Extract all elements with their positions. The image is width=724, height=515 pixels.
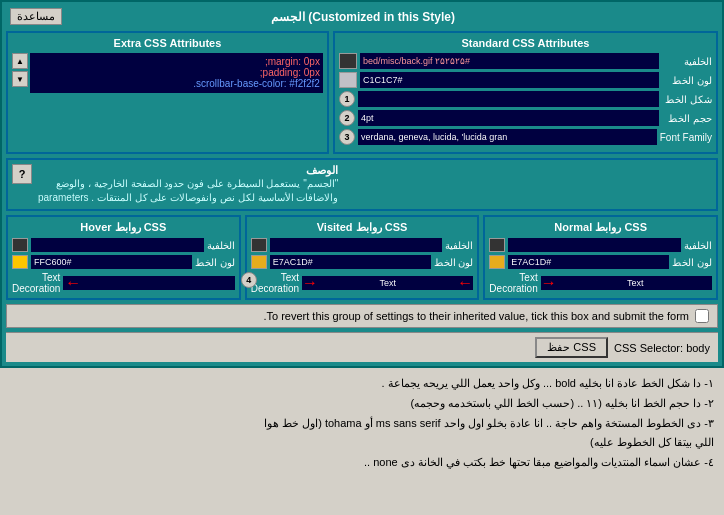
hover-bg-label: الخلفية [207, 240, 235, 251]
normal-bg-value[interactable] [508, 238, 681, 252]
hover-font-swatch[interactable] [12, 255, 28, 269]
hover-deco-label: TextDecoration [12, 272, 60, 294]
visited-font-swatch[interactable] [251, 255, 267, 269]
hover-deco-arrow: ← [65, 276, 81, 290]
visited-deco-label: TextDecoration [251, 272, 299, 294]
visited-title: CSS روابط Visited [251, 221, 474, 234]
hover-font-value[interactable]: FFC600# [31, 255, 192, 269]
visited-bg-row: الخلفية [251, 238, 474, 252]
normal-font-swatch[interactable] [489, 255, 505, 269]
css-line-3: .scrollbar-base-color: #f2f2f2 [33, 78, 320, 89]
scroll-down-btn[interactable]: ▼ [12, 71, 28, 87]
css-text-block[interactable]: ;margin: 0px ;padding: 0px .scrollbar-ba… [30, 53, 323, 93]
css-line-2: ;padding: 0px [33, 67, 320, 78]
visited-deco-row: 4 TextDecoration → Text ← [251, 272, 474, 294]
normal-css-col: CSS روابط Normal الخلفية لون الخط E7AC1D… [483, 215, 718, 300]
normal-bg-label: الخلفية [684, 240, 712, 251]
extra-css-panel: Extra CSS Attributes ▲ ▼ ;margin: 0px ;p… [6, 31, 329, 154]
visited-font-label: لون الخط [434, 257, 474, 268]
normal-deco-text: Text [559, 278, 712, 288]
top-section: Extra CSS Attributes ▲ ▼ ;margin: 0px ;p… [6, 31, 718, 154]
hover-deco-bar[interactable]: ← [63, 276, 234, 290]
note-3: ٣- دى الخطوط المستخة واهم حاجة .. انا عا… [10, 414, 714, 434]
css-line-1: ;margin: 0px [33, 56, 320, 67]
std-label-font-color: لون الخط [662, 75, 712, 86]
hover-font-label: لون الخط [195, 257, 235, 268]
desc-title: الوصف [38, 164, 338, 177]
hover-title: CSS روابط Hover [12, 221, 235, 234]
std-row-bg: الخلفية bed/misc/back.gif ۲۵۲۵۲۵# [339, 53, 712, 69]
normal-deco-row: TextDecoration → Text [489, 272, 712, 294]
hover-bg-row: الخلفية [12, 238, 235, 252]
std-row-font-family: Font Family verdana, geneva, lucida, 'lu… [339, 129, 712, 145]
badge-1: 1 [339, 91, 355, 107]
std-value-font-size[interactable]: 4pt [358, 110, 659, 126]
inherit-checkbox[interactable] [695, 309, 709, 323]
scroll-up-btn[interactable]: ▲ [12, 53, 28, 69]
checkbox-row: .To revert this group of settings to the… [6, 304, 718, 328]
bottom-notes: ١- دا شكل الخط عادة انا بخليه bold ... و… [0, 368, 724, 479]
checkbox-label: .To revert this group of settings to the… [263, 310, 689, 322]
visited-bg-swatch[interactable] [251, 238, 267, 252]
desc-content: الوصف "الجسم" يستعمل السيطرة على فون حدو… [38, 164, 338, 205]
note-3b: اللي بيتقا كل الخطوط عليه) [10, 433, 714, 453]
std-value-font-family[interactable]: verdana, geneva, lucida, 'lucida gran [358, 129, 657, 145]
visited-css-col: CSS روابط Visited الخلفية لون الخط E7AC1… [245, 215, 480, 300]
css-selector-label: CSS Selector: body [614, 342, 710, 354]
description-panel: ? الوصف "الجسم" يستعمل السيطرة على فون ح… [6, 158, 718, 211]
window-title: الجسم (Customized in this Style) [62, 10, 664, 24]
color-swatch-font[interactable] [339, 72, 357, 88]
normal-font-label: لون الخط [672, 257, 712, 268]
save-css-button[interactable]: حفظ CSS [535, 337, 608, 358]
visited-deco-bar[interactable]: → Text ← [302, 276, 473, 290]
std-label-bg: الخلفية [662, 56, 712, 67]
badge-3: 3 [339, 129, 355, 145]
visited-bg-label: الخلفية [445, 240, 473, 251]
std-value-font-color[interactable]: C1C1C7# [360, 72, 659, 88]
hover-css-col: CSS روابط Hover الخلفية لون الخط FFC600#… [6, 215, 241, 300]
normal-title: CSS روابط Normal [489, 221, 712, 234]
hover-bg-value[interactable] [31, 238, 204, 252]
normal-font-row: لون الخط E7AC1D# [489, 255, 712, 269]
std-value-font-shape[interactable] [358, 91, 659, 107]
visited-bg-value[interactable] [270, 238, 443, 252]
desc-text: "الجسم" يستعمل السيطرة على فون حدود الصف… [38, 177, 338, 205]
extra-css-title: Extra CSS Attributes [12, 37, 323, 49]
std-row-font-color: لون الخط C1C1C7# [339, 72, 712, 88]
visited-font-row: لون الخط E7AC1D# [251, 255, 474, 269]
normal-deco-label: TextDecoration [489, 272, 537, 294]
scrollbar-arrows: ▲ ▼ [12, 53, 28, 93]
hover-deco-row: TextDecoration ← [12, 272, 235, 294]
desc-question-icon: ? [12, 164, 32, 184]
color-swatch-bg[interactable] [339, 53, 357, 69]
standard-css-title: Standard CSS Attributes [339, 37, 712, 49]
css-textarea-area: ▲ ▼ ;margin: 0px ;padding: 0px .scrollba… [12, 53, 323, 93]
note-2: ٢- دا حجم الخط انا بخليه (١١ .. (حسب الخ… [10, 394, 714, 414]
normal-deco-arrow-right: → [541, 276, 557, 290]
normal-bg-row: الخلفية [489, 238, 712, 252]
visited-deco-arrow-left: ← [457, 276, 473, 290]
standard-css-panel: Standard CSS Attributes الخلفية bed/misc… [333, 31, 718, 154]
hover-font-row: لون الخط FFC600# [12, 255, 235, 269]
help-button[interactable]: مساعدة [10, 8, 62, 25]
note-4: ٤- عشان اسماء المنتديات والمواضيع مبقا ت… [10, 453, 714, 473]
badge-2: 2 [339, 110, 355, 126]
visited-deco-arrow-right: → [302, 276, 318, 290]
hover-bg-swatch[interactable] [12, 238, 28, 252]
visited-font-value[interactable]: E7AC1D# [270, 255, 431, 269]
std-label-font-shape: شكل الخط [662, 94, 712, 105]
std-value-bg[interactable]: bed/misc/back.gif ۲۵۲۵۲۵# [360, 53, 659, 69]
normal-deco-bar[interactable]: → Text [541, 276, 712, 290]
visited-deco-text: Text [320, 278, 455, 288]
note-1: ١- دا شكل الخط عادة انا بخليه bold ... و… [10, 374, 714, 394]
css-rows-section: CSS روابط Hover الخلفية لون الخط FFC600#… [6, 215, 718, 300]
normal-bg-swatch[interactable] [489, 238, 505, 252]
main-window: مساعدة الجسم (Customized in this Style) … [0, 0, 724, 368]
title-bar: مساعدة الجسم (Customized in this Style) [6, 6, 718, 27]
badge-4: 4 [241, 272, 257, 288]
std-label-font-family: Font Family [660, 132, 712, 143]
normal-font-value[interactable]: E7AC1D# [508, 255, 669, 269]
std-label-font-size: حجم الخط [662, 113, 712, 124]
std-row-font-shape: شكل الخط 1 [339, 91, 712, 107]
bottom-toolbar: حفظ CSS CSS Selector: body [6, 332, 718, 362]
